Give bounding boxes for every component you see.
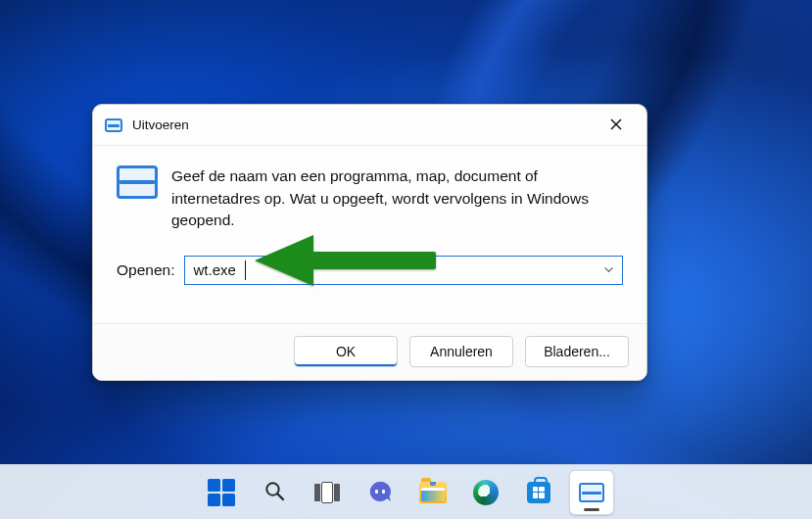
window-title: Uitvoeren <box>132 118 594 132</box>
taskbar-item-run[interactable] <box>569 470 614 515</box>
dialog-description: Geef de naam van een programma, map, doc… <box>171 165 623 232</box>
run-dialog: Uitvoeren Geef de naam van een programma… <box>92 104 647 381</box>
open-label: Openen: <box>117 261 174 279</box>
open-row: Openen: <box>93 246 646 285</box>
taskbar-item-search[interactable] <box>252 470 297 515</box>
taskbar-item-task-view[interactable] <box>305 470 350 515</box>
taskbar-item-store[interactable] <box>516 470 561 515</box>
dialog-footer: OK Annuleren Bladeren... <box>93 323 646 380</box>
chevron-down-icon[interactable] <box>595 257 622 284</box>
titlebar[interactable]: Uitvoeren <box>93 105 646 146</box>
close-icon <box>610 117 622 134</box>
dialog-body: Geef de naam van een programma, map, doc… <box>93 146 646 246</box>
taskbar-item-chat[interactable] <box>358 470 403 515</box>
search-icon <box>263 479 286 506</box>
taskbar <box>0 464 812 519</box>
chat-icon <box>367 480 393 505</box>
open-input[interactable] <box>185 257 595 284</box>
taskbar-item-edge[interactable] <box>463 470 508 515</box>
run-icon-large <box>117 165 158 232</box>
taskbar-item-file-explorer[interactable] <box>410 470 455 515</box>
windows-logo-icon <box>208 479 235 506</box>
taskbar-item-start[interactable] <box>199 470 244 515</box>
browse-button[interactable]: Bladeren... <box>525 336 629 367</box>
open-combobox[interactable] <box>184 256 623 285</box>
svg-rect-9 <box>382 490 385 494</box>
ok-button[interactable]: OK <box>294 336 398 367</box>
close-button[interactable] <box>594 111 639 140</box>
task-view-icon <box>314 482 340 503</box>
cancel-button[interactable]: Annuleren <box>409 336 513 367</box>
file-explorer-icon <box>419 482 447 503</box>
svg-rect-8 <box>375 490 378 494</box>
desktop: Uitvoeren Geef de naam van een programma… <box>0 0 812 519</box>
svg-line-5 <box>277 494 283 499</box>
run-icon <box>105 118 122 132</box>
edge-icon <box>473 480 499 505</box>
run-icon <box>579 483 604 502</box>
store-icon <box>527 482 550 503</box>
